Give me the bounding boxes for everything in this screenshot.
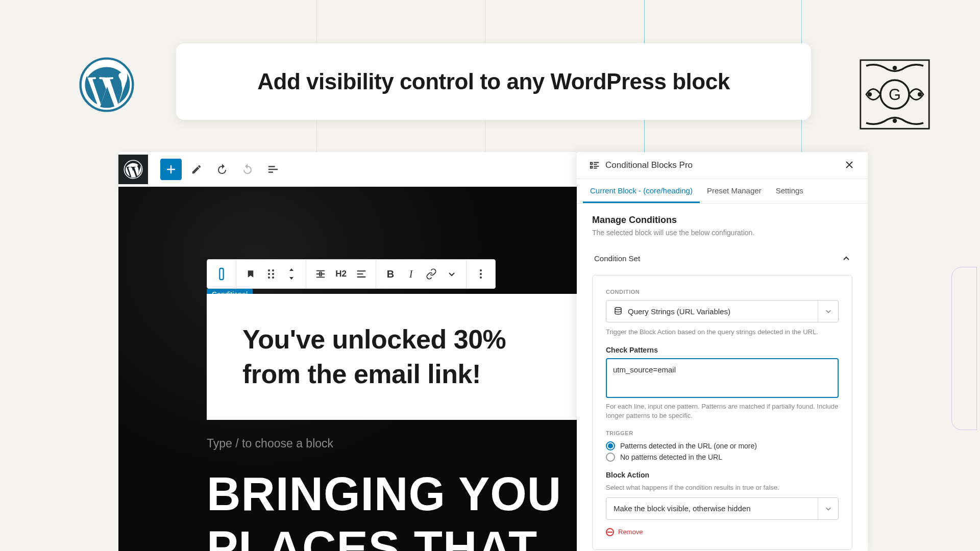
- svg-point-16: [480, 269, 482, 271]
- hero-line-2: PLACES THAT CARS: [207, 521, 577, 551]
- remove-button[interactable]: Remove: [606, 528, 839, 536]
- block-action-helper: Select what happens if the condition res…: [606, 483, 839, 492]
- svg-rect-9: [219, 268, 223, 280]
- chevron-down-icon: [818, 300, 838, 322]
- wp-site-icon[interactable]: [118, 155, 148, 184]
- heading-level-button[interactable]: H2: [331, 264, 351, 284]
- text-align-icon[interactable]: [351, 264, 372, 284]
- section-title: Manage Conditions: [592, 215, 852, 226]
- svg-point-17: [480, 273, 482, 275]
- radio-unchecked-icon: [606, 453, 615, 462]
- conditional-blocks-panel: Conditional Blocks Pro Current Block - (…: [577, 152, 868, 551]
- svg-point-19: [615, 308, 621, 310]
- redo-icon[interactable]: [237, 159, 258, 180]
- italic-button[interactable]: I: [401, 264, 421, 284]
- check-patterns-label: Check Patterns: [606, 346, 839, 354]
- panel-header: Conditional Blocks Pro: [577, 152, 868, 179]
- block-action-label: Block Action: [606, 471, 839, 479]
- panel-title: Conditional Blocks Pro: [605, 160, 844, 170]
- svg-text:G: G: [889, 86, 901, 104]
- banner: Add visibility control to any WordPress …: [176, 43, 811, 120]
- bold-button[interactable]: B: [380, 264, 401, 284]
- condition-box: CONDITION Query Strings (URL Variables) …: [592, 275, 852, 550]
- bookmark-icon[interactable]: [240, 264, 261, 284]
- hero-text: BRINGING YOU PLACES THAT CARS: [207, 467, 577, 551]
- list-view-icon[interactable]: [262, 159, 284, 180]
- align-icon[interactable]: [310, 264, 331, 284]
- undo-icon[interactable]: [211, 159, 233, 180]
- wordpress-logo: [79, 57, 134, 112]
- gutenberg-logo: G: [857, 57, 932, 131]
- move-arrows-icon[interactable]: [281, 264, 302, 284]
- block-type-icon[interactable]: [211, 264, 232, 284]
- trigger-option-1[interactable]: Patterns detected in the URL (one or mor…: [606, 441, 839, 450]
- panel-icon: [589, 160, 600, 171]
- tab-settings[interactable]: Settings: [769, 179, 811, 203]
- accordion-label: Condition Set: [594, 254, 640, 263]
- chevron-up-icon: [842, 255, 850, 263]
- svg-point-4: [867, 92, 871, 96]
- svg-point-15: [272, 277, 274, 279]
- condition-helper: Trigger the Block Action based on the qu…: [606, 328, 839, 337]
- edit-icon[interactable]: [186, 159, 207, 180]
- chevron-down-icon[interactable]: [442, 264, 462, 284]
- tab-current-block[interactable]: Current Block - (core/heading): [583, 179, 700, 203]
- chevron-down-icon: [818, 498, 838, 519]
- block-placeholder[interactable]: Type / to choose a block: [207, 437, 333, 450]
- svg-point-10: [268, 269, 270, 271]
- svg-point-14: [268, 277, 270, 279]
- more-options-icon[interactable]: [471, 264, 491, 284]
- decorative-panel: [951, 267, 977, 430]
- link-icon[interactable]: [421, 264, 442, 284]
- check-patterns-input[interactable]: utm_source=email: [606, 358, 839, 398]
- heading-text: You've unlocked 30% from the email link!: [242, 322, 541, 391]
- block-action-select[interactable]: Make the block visible, otherwise hidden: [606, 497, 839, 520]
- section-subtitle: The selected block will use the below co…: [592, 229, 852, 237]
- panel-body: Manage Conditions The selected block wil…: [577, 204, 868, 551]
- svg-point-18: [480, 277, 482, 279]
- database-icon: [614, 307, 623, 316]
- trigger-label: TRIGGER: [606, 430, 839, 436]
- hero-line-1: BRINGING YOU: [207, 467, 577, 521]
- add-block-button[interactable]: [160, 159, 182, 180]
- minus-circle-icon: [606, 528, 614, 536]
- radio-checked-icon: [606, 441, 615, 450]
- block-action-value: Make the block visible, otherwise hidden: [614, 504, 831, 513]
- heading-block[interactable]: You've unlocked 30% from the email link!: [207, 294, 577, 420]
- condition-set-toggle[interactable]: Condition Set: [592, 247, 852, 270]
- svg-point-6: [892, 66, 896, 70]
- svg-point-13: [272, 273, 274, 275]
- trigger-option-2[interactable]: No patterns detected in the URL: [606, 453, 839, 462]
- tab-preset-manager[interactable]: Preset Manager: [700, 179, 769, 203]
- condition-value: Query Strings (URL Variables): [628, 307, 831, 316]
- panel-tabs: Current Block - (core/heading) Preset Ma…: [577, 179, 868, 204]
- condition-select[interactable]: Query Strings (URL Variables): [606, 300, 839, 322]
- drag-handle-icon[interactable]: [261, 264, 281, 284]
- svg-rect-20: [607, 532, 612, 533]
- svg-point-12: [268, 273, 270, 275]
- svg-point-7: [892, 118, 896, 122]
- check-patterns-helper: For each line, input one pattern. Patter…: [606, 402, 839, 420]
- svg-point-5: [917, 92, 921, 96]
- editor-toolbar: [118, 152, 577, 187]
- condition-label: CONDITION: [606, 289, 839, 295]
- close-icon[interactable]: [844, 160, 855, 171]
- svg-point-11: [272, 269, 274, 271]
- editor-canvas[interactable]: H2 B I Conditional You've unlocked 30% f…: [118, 187, 577, 551]
- banner-title: Add visibility control to any WordPress …: [257, 69, 729, 94]
- block-toolbar: H2 B I: [207, 259, 496, 289]
